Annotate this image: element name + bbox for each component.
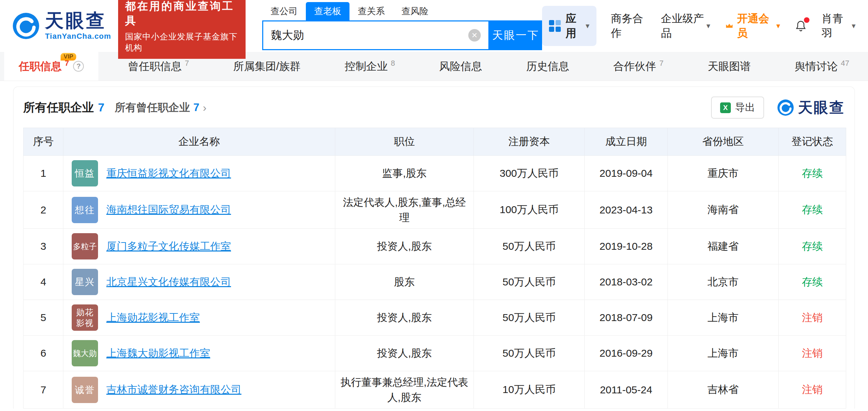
column-header: 省份地区 bbox=[668, 128, 779, 156]
section-secondary-link[interactable]: 所有曾任职企业 7 › bbox=[115, 100, 206, 115]
capital-cell: 50万人民币 bbox=[474, 300, 585, 336]
company-logo: 恒益 bbox=[72, 160, 98, 186]
chevron-down-icon: ▾ bbox=[776, 21, 780, 30]
watermark-text: 天眼查 bbox=[798, 98, 845, 117]
section-header: 所有任职企业 7 所有曾任职企业 7 › X 导出 天眼查 bbox=[23, 97, 845, 119]
company-logo: 勋花影视 bbox=[72, 304, 98, 331]
menu-business-label: 商务合作 bbox=[611, 11, 647, 40]
search-box: × 天眼一下 bbox=[262, 20, 542, 50]
status-badge: 存续 bbox=[802, 204, 823, 215]
company-link[interactable]: 上海魏大勋影视工作室 bbox=[106, 346, 210, 360]
column-header: 企业名称 bbox=[63, 128, 335, 156]
content-card: 所有任职企业 7 所有曾任职企业 7 › X 导出 天眼查 bbox=[13, 86, 855, 409]
row-index-cell: 2 bbox=[24, 191, 63, 229]
nav-tab[interactable]: 控制企业8 bbox=[330, 52, 409, 81]
search-input[interactable] bbox=[271, 29, 468, 42]
nav-tab-label: 舆情讨论 bbox=[795, 59, 838, 74]
established-date-cell: 2016-09-29 bbox=[585, 336, 668, 371]
status-cell: 存续 bbox=[779, 229, 846, 264]
nav-tab-label: 风险信息 bbox=[439, 59, 482, 74]
company-wrap: 魏大勋上海魏大勋影视工作室 bbox=[72, 340, 332, 366]
row-index-cell: 7 bbox=[24, 371, 63, 409]
region-cell: 上海市 bbox=[668, 300, 779, 336]
company-wrap: 诚誉吉林市诚誉财务咨询有限公司 bbox=[72, 377, 332, 403]
company-logo: 想往 bbox=[72, 197, 98, 223]
nav-tab[interactable]: 任职信息7VIP? bbox=[4, 52, 98, 81]
region-cell: 上海市 bbox=[668, 336, 779, 371]
company-wrap: 勋花影视上海勋花影视工作室 bbox=[72, 304, 332, 331]
export-button[interactable]: X 导出 bbox=[711, 97, 764, 119]
nav-tab-label: 曾任职信息 bbox=[128, 59, 182, 74]
search-tabs: 查公司查老板查关系查风险 bbox=[262, 2, 542, 20]
nav-tab[interactable]: 曾任职信息7 bbox=[114, 52, 204, 81]
company-link[interactable]: 海南想往国际贸易有限公司 bbox=[106, 203, 231, 217]
nav-tab-label: 所属集团/族群 bbox=[233, 59, 301, 74]
apps-label: 应用 bbox=[566, 11, 579, 40]
export-label: 导出 bbox=[735, 101, 755, 115]
apps-button[interactable]: 应用 ▾ bbox=[542, 6, 596, 46]
established-date-cell: 2018-03-02 bbox=[585, 264, 668, 300]
nav-tab[interactable]: 天眼图谱 bbox=[693, 52, 765, 81]
capital-cell: 50万人民币 bbox=[474, 264, 585, 300]
user-menu[interactable]: 肖青羽 ▾ bbox=[822, 11, 856, 40]
search-button[interactable]: 天眼一下 bbox=[489, 20, 542, 50]
status-cell: 存续 bbox=[779, 264, 846, 300]
capital-cell: 50万人民币 bbox=[474, 229, 585, 264]
established-date-cell: 2023-04-13 bbox=[585, 191, 668, 229]
company-cell: 多粒子厦门多粒子文化传媒工作室 bbox=[63, 229, 335, 264]
capital-cell: 10万人民币 bbox=[474, 371, 585, 409]
search-tab[interactable]: 查老板 bbox=[306, 2, 349, 20]
row-index-cell: 6 bbox=[24, 336, 63, 371]
nav-tab-count: 7 bbox=[659, 59, 664, 68]
table-body: 1恒益重庆恒益影视文化有限公司监事,股东300万人民币2019-09-04重庆市… bbox=[24, 156, 846, 409]
table-row: 5勋花影视上海勋花影视工作室投资人,股东50万人民币2018-07-09上海市注… bbox=[24, 300, 846, 336]
watermark-logo: 天眼查 bbox=[777, 98, 845, 117]
company-cell: 勋花影视上海勋花影视工作室 bbox=[63, 300, 335, 336]
capital-cell: 50万人民币 bbox=[474, 336, 585, 371]
nav-tab[interactable]: 合作伙伴7 bbox=[599, 52, 678, 81]
menu-enterprise-products[interactable]: 企业级产品 ▾ bbox=[661, 11, 710, 40]
company-link[interactable]: 重庆恒益影视文化有限公司 bbox=[106, 166, 231, 181]
menu-business-cooperation[interactable]: 商务合作 bbox=[611, 11, 647, 40]
established-date-cell: 2019-10-28 bbox=[585, 229, 668, 264]
status-badge: 注销 bbox=[802, 347, 823, 359]
help-icon[interactable]: ? bbox=[73, 61, 84, 72]
nav-tab[interactable]: 风险信息 bbox=[425, 52, 497, 81]
nav-tabs: 任职信息7VIP?曾任职信息7所属集团/族群控制企业8风险信息历史信息合作伙伴7… bbox=[0, 52, 868, 81]
section-secondary-count: 7 bbox=[193, 101, 199, 114]
nav-tab-count: 47 bbox=[841, 59, 849, 68]
clear-search-icon[interactable]: × bbox=[468, 29, 481, 42]
company-link[interactable]: 上海勋花影视工作室 bbox=[106, 311, 200, 325]
row-index-cell: 1 bbox=[24, 156, 63, 191]
tianyancha-logo[interactable]: 天眼查 TianYanCha.com bbox=[12, 11, 111, 41]
row-index-cell: 4 bbox=[24, 264, 63, 300]
row-index-cell: 3 bbox=[24, 229, 63, 264]
nav-tab[interactable]: 所属集团/族群 bbox=[219, 52, 315, 81]
status-cell: 注销 bbox=[779, 300, 846, 336]
status-cell: 注销 bbox=[779, 371, 846, 409]
top-right-menu: 应用 ▾ 商务合作 企业级产品 ▾ 开通会员 ▾ 肖青羽 ▾ bbox=[542, 6, 856, 46]
brand-slogan: 都在用的商业查询工具 国家中小企业发展子基金旗下机构 bbox=[118, 0, 246, 59]
search-tab[interactable]: 查公司 bbox=[262, 2, 306, 20]
position-cell: 投资人,股东 bbox=[335, 300, 474, 336]
region-cell: 海南省 bbox=[668, 191, 779, 229]
company-link[interactable]: 北京星兴文化传媒有限公司 bbox=[106, 275, 231, 289]
company-link[interactable]: 厦门多粒子文化传媒工作室 bbox=[106, 239, 231, 254]
capital-cell: 100万人民币 bbox=[474, 191, 585, 229]
company-link[interactable]: 吉林市诚誉财务咨询有限公司 bbox=[106, 383, 241, 397]
capital-cell: 300万人民币 bbox=[474, 156, 585, 191]
nav-tab[interactable]: 舆情讨论47 bbox=[780, 52, 864, 81]
established-date-cell: 2011-05-24 bbox=[585, 371, 668, 409]
company-table: 序号企业名称职位注册资本成立日期省份地区登记状态 1恒益重庆恒益影视文化有限公司… bbox=[23, 128, 846, 409]
nav-tab[interactable]: 历史信息 bbox=[512, 52, 584, 81]
notifications-button[interactable] bbox=[795, 20, 807, 32]
open-vip-button[interactable]: 开通会员 ▾ bbox=[725, 11, 780, 40]
chevron-down-icon: ▾ bbox=[707, 21, 710, 30]
column-header: 登记状态 bbox=[779, 128, 846, 156]
position-cell: 法定代表人,股东,董事,总经理 bbox=[335, 191, 474, 229]
company-logo: 多粒子 bbox=[72, 233, 98, 259]
company-logo: 魏大勋 bbox=[72, 340, 98, 366]
search-tab[interactable]: 查风险 bbox=[393, 2, 437, 20]
chevron-right-icon: › bbox=[203, 101, 207, 114]
search-tab[interactable]: 查关系 bbox=[349, 2, 393, 20]
